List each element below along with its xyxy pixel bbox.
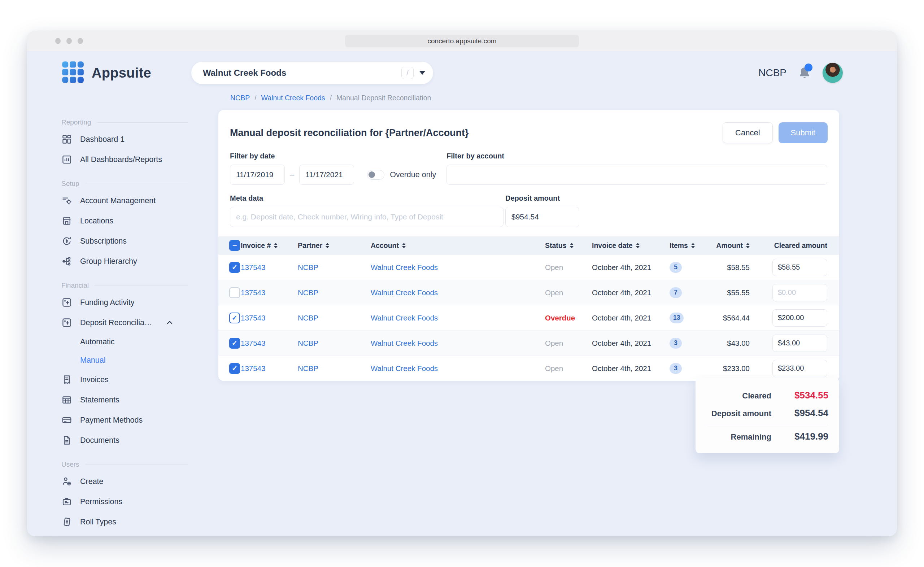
brand[interactable]: Appsuite [62, 61, 191, 85]
cleared-amount-input[interactable] [772, 284, 827, 302]
invoice-link[interactable]: 137543 [241, 263, 265, 272]
partner-link[interactable]: NCBP [298, 314, 318, 322]
row-checkbox[interactable]: ✓ [229, 312, 240, 323]
partner-link[interactable]: NCBP [298, 288, 318, 297]
cancel-button[interactable]: Cancel [723, 122, 772, 143]
partner-link[interactable]: NCBP [298, 339, 318, 347]
sidebar-item-statements[interactable]: Statements [62, 390, 191, 410]
column-header-invoice-date[interactable]: Invoice date [592, 242, 669, 250]
address-bar-url: concerto.appsuite.com [428, 37, 496, 45]
date-to-input[interactable] [299, 165, 354, 185]
sidebar-subitem-automatic[interactable]: Automatic [62, 333, 191, 351]
sidebar-item-label: Subscriptions [80, 237, 127, 246]
toggle-knob [369, 171, 375, 178]
sidebar-item-group-hierarchy[interactable]: Group Hierarchy [62, 251, 191, 272]
section-divider [94, 285, 188, 286]
overdue-only-toggle[interactable] [367, 170, 384, 180]
account-link[interactable]: Walnut Creek Foods [370, 263, 438, 272]
window-close-button[interactable] [55, 38, 61, 44]
sort-icon [274, 243, 278, 248]
column-header-status[interactable]: Status [545, 242, 592, 250]
sidebar-subitem-manual[interactable]: Manual [62, 351, 191, 370]
invoice-link[interactable]: 137543 [241, 288, 265, 297]
items-count-badge: 3 [669, 363, 682, 374]
sidebar-item-subscriptions[interactable]: Subscriptions [62, 231, 191, 251]
user-avatar[interactable] [823, 63, 843, 83]
cleared-amount-input[interactable] [772, 334, 827, 352]
row-checkbox[interactable]: ✓ [229, 338, 240, 349]
summary-label: Deposit amount [711, 409, 771, 418]
column-header-items[interactable]: Items [669, 242, 709, 250]
sidebar-item-label: Create [80, 477, 104, 486]
column-header-account[interactable]: Account [370, 242, 545, 250]
sidebar-item-label: Invoices [80, 375, 109, 384]
window-minimize-button[interactable] [66, 38, 72, 44]
invoice-link[interactable]: 137543 [241, 364, 265, 372]
section-divider [85, 184, 188, 184]
invoice-date: October 4th, 2021 [592, 364, 651, 372]
chevron-down-icon[interactable] [419, 71, 425, 75]
sidebar-item-deposit-reconcilia[interactable]: Deposit Reconcilia… [62, 312, 191, 333]
totals-summary: Cleared$534.55Deposit amount$954.54Remai… [696, 378, 839, 453]
sidebar-item-label: Dashboard 1 [80, 135, 124, 144]
chevron-up-icon[interactable] [165, 318, 174, 327]
account-filter-input[interactable] [447, 165, 827, 185]
reconciliation-card: Manual deposit reconciliation for {Partn… [218, 110, 839, 381]
notifications-bell-icon[interactable] [797, 66, 812, 80]
partner-link[interactable]: NCBP [298, 364, 318, 372]
sidebar-item-roll-types[interactable]: Roll Types [62, 512, 191, 532]
sidebar-item-funding-activity[interactable]: Funding Activity [62, 292, 191, 312]
date-range-separator: – [290, 170, 294, 179]
breadcrumb-separator: / [255, 94, 256, 102]
invoice-table-body: ✓137543NCBPWalnut Creek FoodsOpenOctober… [218, 255, 839, 381]
partner-link[interactable]: NCBP [298, 263, 318, 272]
column-header-invoice[interactable]: Invoice # [241, 242, 298, 250]
statements-icon [62, 394, 72, 405]
account-link[interactable]: Walnut Creek Foods [370, 339, 438, 347]
account-link[interactable]: Walnut Creek Foods [370, 364, 438, 372]
column-header-label: Status [545, 242, 567, 250]
app-root: Appsuite Walnut Creek Foods / NCBP [27, 51, 897, 536]
table-row: ✓137543NCBPWalnut Creek FoodsOpenOctober… [218, 356, 839, 381]
account-link[interactable]: Walnut Creek Foods [370, 288, 438, 297]
column-header-label: Cleared amount [774, 242, 827, 250]
sidebar-item-documents[interactable]: Documents [62, 430, 191, 450]
sidebar-item-all-dashboards-reports[interactable]: All Dashboards/Reports [62, 149, 191, 170]
row-checkbox[interactable] [229, 287, 240, 298]
sidebar-section-title: Reporting [62, 118, 91, 126]
row-checkbox[interactable]: ✓ [229, 262, 240, 273]
items-count-badge: 5 [669, 262, 682, 273]
sidebar-item-permissions[interactable]: Permissions [62, 492, 191, 512]
status-badge: Open [545, 339, 563, 347]
subscriptions-icon [62, 236, 72, 246]
date-from-input[interactable] [230, 165, 285, 185]
cleared-amount-input[interactable] [772, 360, 827, 377]
column-header-partner[interactable]: Partner [298, 242, 370, 250]
sidebar-item-dashboard-1[interactable]: Dashboard 1 [62, 129, 191, 149]
sidebar-item-invoices[interactable]: Invoices [62, 370, 191, 390]
breadcrumb-item-ncbp[interactable]: NCBP [230, 94, 250, 102]
meta-data-input[interactable] [230, 207, 504, 227]
deposit-amount-input[interactable] [506, 207, 579, 227]
global-search[interactable]: Walnut Creek Foods / [191, 62, 433, 84]
column-header-label: Account [370, 242, 399, 250]
invoice-link[interactable]: 137543 [241, 339, 265, 347]
window-zoom-button[interactable] [78, 38, 83, 44]
sidebar-item-create[interactable]: Create [62, 471, 191, 492]
funding-activity-icon [62, 297, 72, 308]
account-link[interactable]: Walnut Creek Foods [370, 314, 438, 322]
select-all-checkbox[interactable]: – [229, 240, 240, 251]
submit-button[interactable]: Submit [778, 122, 828, 143]
row-checkbox[interactable]: ✓ [229, 363, 240, 374]
address-bar[interactable]: concerto.appsuite.com [345, 34, 579, 47]
cleared-amount-input[interactable] [772, 309, 827, 327]
column-header-amount[interactable]: Amount [716, 242, 750, 250]
sidebar-item-account-management[interactable]: Account Management [62, 190, 191, 211]
summary-label: Remaining [731, 432, 771, 442]
sidebar-item-payment-methods[interactable]: Payment Methods [62, 410, 191, 430]
breadcrumb-item-walnut-creek-foods[interactable]: Walnut Creek Foods [261, 94, 325, 102]
invoice-date: October 4th, 2021 [592, 288, 651, 297]
invoice-link[interactable]: 137543 [241, 314, 265, 322]
cleared-amount-input[interactable] [772, 259, 827, 276]
sidebar-item-locations[interactable]: Locations [62, 211, 191, 231]
